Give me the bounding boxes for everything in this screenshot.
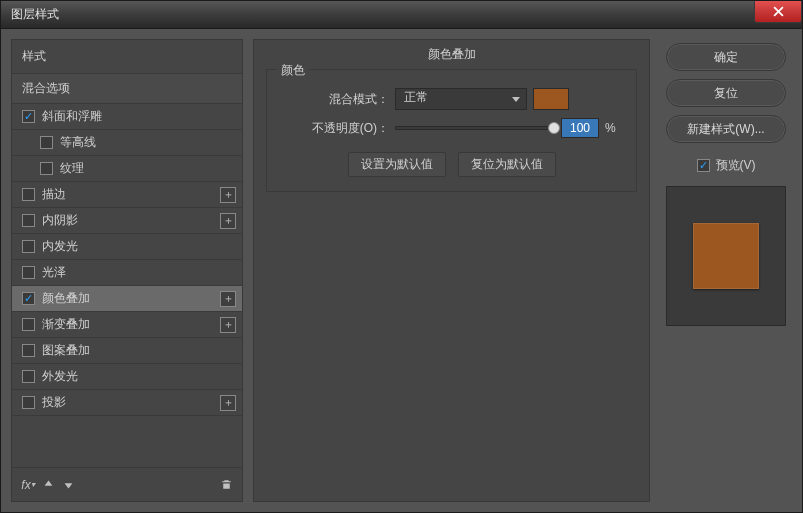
preview-checkbox[interactable]	[697, 159, 710, 172]
preview-label: 预览(V)	[716, 157, 756, 174]
opacity-slider[interactable]	[395, 126, 555, 130]
titlebar[interactable]: 图层样式	[1, 1, 802, 29]
opacity-input[interactable]: 100	[561, 118, 599, 138]
preview-box	[666, 186, 786, 326]
new-style-button[interactable]: 新建样式(W)...	[666, 115, 786, 143]
style-label: 投影	[42, 394, 66, 411]
style-label: 渐变叠加	[42, 316, 90, 333]
slider-thumb[interactable]	[548, 122, 560, 134]
style-item-1[interactable]: 等高线	[12, 130, 242, 156]
style-label: 描边	[42, 186, 66, 203]
group-title: 颜色	[277, 62, 309, 79]
styles-panel: 样式 混合选项 斜面和浮雕等高线纹理描边内阴影内发光光泽颜色叠加渐变叠加图案叠加…	[11, 39, 243, 502]
opacity-label: 不透明度(O)：	[279, 120, 389, 137]
style-label: 图案叠加	[42, 342, 90, 359]
styles-header[interactable]: 样式	[12, 40, 242, 74]
color-group: 颜色 混合模式： 正常 不透明度(O)： 100 %	[266, 69, 637, 192]
add-effect-button[interactable]	[220, 187, 236, 203]
style-label: 外发光	[42, 368, 78, 385]
layer-style-dialog: 图层样式 样式 混合选项 斜面和浮雕等高线纹理描边内阴影内发光光泽颜色叠加渐变叠…	[0, 0, 803, 513]
close-icon	[773, 6, 784, 17]
styles-list: 斜面和浮雕等高线纹理描边内阴影内发光光泽颜色叠加渐变叠加图案叠加外发光投影	[12, 104, 242, 416]
add-effect-button[interactable]	[220, 317, 236, 333]
reset-default-button[interactable]: 复位为默认值	[458, 152, 556, 177]
blend-select-wrap[interactable]: 正常	[395, 88, 527, 110]
dialog-body: 样式 混合选项 斜面和浮雕等高线纹理描边内阴影内发光光泽颜色叠加渐变叠加图案叠加…	[1, 29, 802, 512]
blend-row: 混合模式： 正常	[279, 88, 624, 110]
right-panel: 确定 复位 新建样式(W)... 预览(V)	[660, 39, 792, 502]
style-item-6[interactable]: 光泽	[12, 260, 242, 286]
style-checkbox[interactable]	[22, 344, 35, 357]
style-item-7[interactable]: 颜色叠加	[12, 286, 242, 312]
style-checkbox[interactable]	[40, 162, 53, 175]
style-checkbox[interactable]	[40, 136, 53, 149]
opacity-row: 不透明度(O)： 100 %	[279, 118, 624, 138]
preview-toggle[interactable]: 预览(V)	[697, 157, 756, 174]
style-label: 颜色叠加	[42, 290, 90, 307]
style-checkbox[interactable]	[22, 292, 35, 305]
style-checkbox[interactable]	[22, 396, 35, 409]
preview-swatch	[693, 223, 759, 289]
style-checkbox[interactable]	[22, 318, 35, 331]
main-panel: 颜色叠加 颜色 混合模式： 正常 不透明度(O)： 100 %	[253, 39, 650, 502]
style-checkbox[interactable]	[22, 110, 35, 123]
style-checkbox[interactable]	[22, 188, 35, 201]
default-buttons-row: 设置为默认值 复位为默认值	[279, 152, 624, 177]
color-swatch[interactable]	[533, 88, 569, 110]
style-label: 斜面和浮雕	[42, 108, 102, 125]
add-effect-button[interactable]	[220, 395, 236, 411]
blend-label: 混合模式：	[279, 91, 389, 108]
style-label: 内发光	[42, 238, 78, 255]
trash-icon[interactable]	[218, 477, 234, 493]
blend-select[interactable]: 正常	[395, 88, 527, 110]
style-label: 纹理	[60, 160, 84, 177]
style-checkbox[interactable]	[22, 240, 35, 253]
section-title: 颜色叠加	[266, 46, 637, 63]
arrow-down-icon[interactable]	[60, 477, 76, 493]
ok-button[interactable]: 确定	[666, 43, 786, 71]
style-checkbox[interactable]	[22, 214, 35, 227]
cancel-button[interactable]: 复位	[666, 79, 786, 107]
add-effect-button[interactable]	[220, 213, 236, 229]
styles-footer: fx▾	[12, 467, 242, 501]
dialog-title: 图层样式	[11, 6, 59, 23]
style-item-11[interactable]: 投影	[12, 390, 242, 416]
opacity-suffix: %	[605, 121, 616, 135]
fx-icon[interactable]: fx▾	[20, 477, 36, 493]
styles-subheader[interactable]: 混合选项	[12, 74, 242, 104]
style-item-2[interactable]: 纹理	[12, 156, 242, 182]
style-item-3[interactable]: 描边	[12, 182, 242, 208]
style-item-0[interactable]: 斜面和浮雕	[12, 104, 242, 130]
style-label: 内阴影	[42, 212, 78, 229]
style-label: 光泽	[42, 264, 66, 281]
close-button[interactable]	[754, 1, 802, 23]
style-checkbox[interactable]	[22, 370, 35, 383]
set-default-button[interactable]: 设置为默认值	[348, 152, 446, 177]
style-item-10[interactable]: 外发光	[12, 364, 242, 390]
add-effect-button[interactable]	[220, 291, 236, 307]
arrow-up-icon[interactable]	[40, 477, 56, 493]
style-label: 等高线	[60, 134, 96, 151]
style-item-9[interactable]: 图案叠加	[12, 338, 242, 364]
style-item-4[interactable]: 内阴影	[12, 208, 242, 234]
style-item-8[interactable]: 渐变叠加	[12, 312, 242, 338]
style-item-5[interactable]: 内发光	[12, 234, 242, 260]
style-checkbox[interactable]	[22, 266, 35, 279]
